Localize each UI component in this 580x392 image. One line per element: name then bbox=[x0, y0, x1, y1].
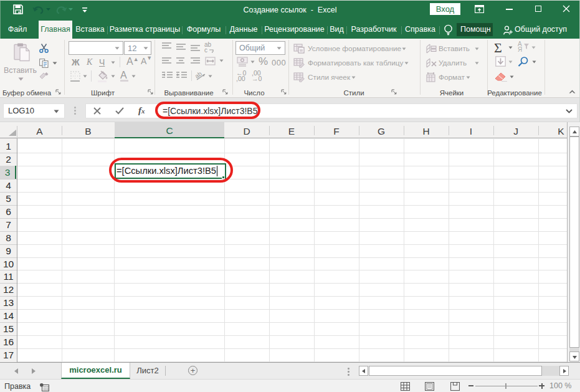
svg-text:c: c bbox=[204, 47, 207, 54]
